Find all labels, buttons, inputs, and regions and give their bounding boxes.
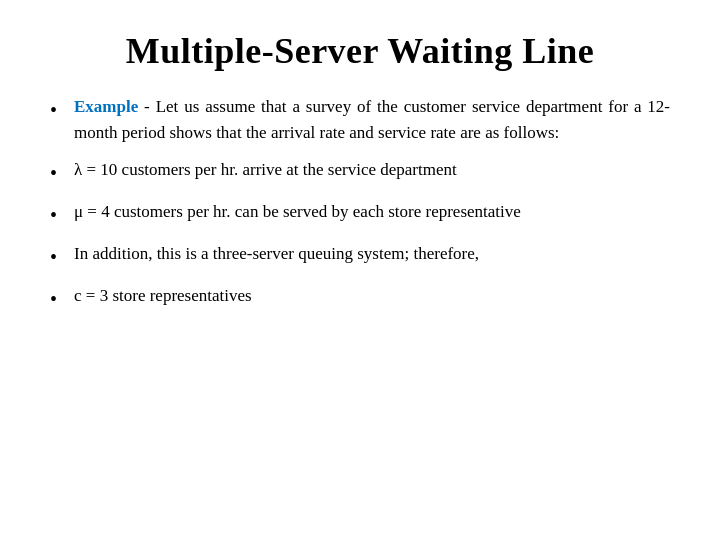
bullet-dot-1: •: [50, 95, 74, 126]
bullet-addition: • In addition, this is a three-server qu…: [50, 241, 670, 273]
bullet-dot-5: •: [50, 284, 74, 315]
bullet-text-example: Example - Let us assume that a survey of…: [74, 94, 670, 147]
bullet-c: • c = 3 store representatives: [50, 283, 670, 315]
example-separator: - Let us assume that a survey of the cus…: [74, 97, 670, 142]
bullet-text-addition: In addition, this is a three-server queu…: [74, 241, 670, 267]
bullet-example: • Example - Let us assume that a survey …: [50, 94, 670, 147]
bullet-text-mu: μ = 4 customers per hr. can be served by…: [74, 199, 670, 225]
bullet-text-c: c = 3 store representatives: [74, 283, 670, 309]
slide: Multiple-Server Waiting Line • Example -…: [0, 0, 720, 540]
bullet-text-lambda: λ = 10 customers per hr. arrive at the s…: [74, 157, 670, 183]
bullet-mu: • μ = 4 customers per hr. can be served …: [50, 199, 670, 231]
keyword-example: Example: [74, 97, 138, 116]
bullet-dot-2: •: [50, 158, 74, 189]
slide-title: Multiple-Server Waiting Line: [50, 30, 670, 72]
bullet-dot-4: •: [50, 242, 74, 273]
bullet-dot-3: •: [50, 200, 74, 231]
bullet-lambda: • λ = 10 customers per hr. arrive at the…: [50, 157, 670, 189]
content-area: • Example - Let us assume that a survey …: [50, 94, 670, 325]
